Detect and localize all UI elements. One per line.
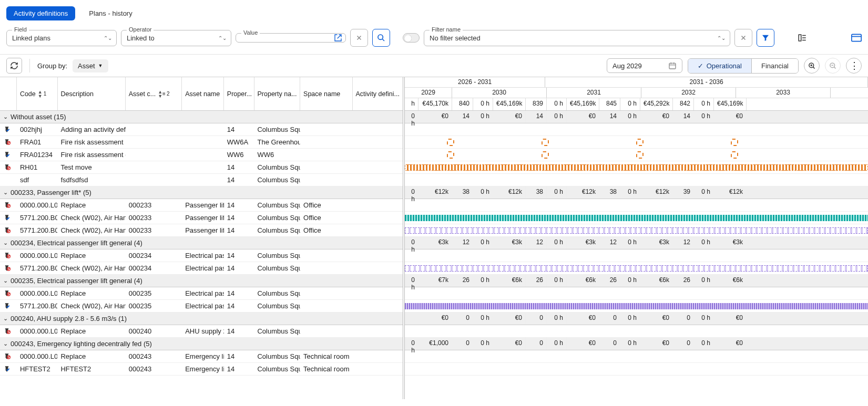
col-description[interactable]: Description bbox=[58, 77, 126, 110]
summary-cell: 39 bbox=[673, 186, 694, 199]
cell: 14 bbox=[224, 262, 254, 274]
clear-saved-filter-button[interactable] bbox=[734, 29, 752, 47]
cell: HFTEST2 bbox=[17, 363, 58, 375]
summary-cell: 14 bbox=[526, 111, 547, 123]
table-row[interactable]: FRA01Fire risk assessmentWW6AThe Greenho… bbox=[0, 136, 403, 149]
group-by-select[interactable]: Asset ▼ bbox=[73, 59, 108, 72]
table-row[interactable]: 5771.200.B02Check (W02), Air Handli00023… bbox=[0, 300, 403, 313]
timeline-row bbox=[405, 287, 868, 300]
filter-field-label: Field bbox=[12, 26, 29, 33]
clear-filter-button[interactable] bbox=[350, 29, 368, 47]
cell: Columbus Squa bbox=[254, 262, 300, 274]
table-row[interactable]: 0000.000.L0Replace000234Electrical pass1… bbox=[0, 249, 403, 262]
cell: RH01 bbox=[17, 161, 58, 173]
summary-cell: 0 h bbox=[473, 275, 493, 287]
seg-financial[interactable]: Financial bbox=[751, 59, 798, 73]
cell: Technical room bbox=[300, 350, 352, 362]
total-cell: €45,170k bbox=[418, 98, 452, 110]
table-row[interactable]: 0000.000.L0Replace000235Electrical pass1… bbox=[0, 287, 403, 300]
date-picker[interactable]: Aug 2029 bbox=[607, 58, 682, 73]
more-menu-button[interactable]: ⋮ bbox=[846, 58, 862, 74]
summary-cell: €6k bbox=[567, 275, 599, 287]
top-tabs: Activity definitions Plans - history bbox=[0, 0, 868, 26]
summary-cell: 0 h bbox=[547, 237, 567, 249]
zoom-in-button[interactable] bbox=[804, 58, 820, 74]
cell: Fire risk assessment bbox=[57, 136, 125, 148]
cell: Electrical pass bbox=[182, 249, 224, 262]
saved-filter-select[interactable]: Filter name No filter selected ⌃⌄ bbox=[424, 30, 730, 46]
summary-cell: 0 h bbox=[473, 111, 493, 123]
external-link-icon[interactable] bbox=[331, 34, 345, 42]
table-row[interactable]: 0000.000.L0Replace000240AHU supply 2.14C… bbox=[0, 325, 403, 338]
status-icon bbox=[0, 123, 17, 136]
cell bbox=[353, 300, 403, 312]
filter-value-input[interactable]: Value bbox=[236, 33, 346, 43]
status-icon bbox=[0, 300, 17, 312]
total-cell: h bbox=[405, 98, 418, 110]
cell: Check (W02), Air Handli bbox=[57, 300, 125, 312]
col-code[interactable]: Code ▲▼1 bbox=[17, 77, 58, 110]
col-asset-name[interactable]: Asset name bbox=[182, 77, 224, 110]
table-row[interactable]: 002hjhjAdding an activity defin14Columbu… bbox=[0, 123, 403, 136]
cell: Test move bbox=[57, 161, 125, 173]
col-property-name[interactable]: Property na... bbox=[254, 77, 301, 110]
filter-field-select[interactable]: Field Linked plans ⌃⌄ bbox=[6, 30, 117, 46]
cell: FRA01 bbox=[17, 136, 58, 148]
table-row[interactable]: 5771.200.B02Check (W02), Air Handli00023… bbox=[0, 212, 403, 224]
search-button[interactable] bbox=[372, 29, 390, 47]
summary-cell: 0 h bbox=[620, 237, 640, 249]
tab-activity-definitions[interactable]: Activity definitions bbox=[6, 6, 75, 20]
summary-cell: 14 bbox=[452, 111, 473, 123]
table-row[interactable]: 5771.200.B02Check (W02), Air Handli00023… bbox=[0, 224, 403, 237]
col-property[interactable]: Proper... bbox=[224, 77, 254, 110]
cell: Electrical pass bbox=[182, 300, 224, 312]
tab-plans-history[interactable]: Plans - history bbox=[81, 6, 139, 20]
layout-toggle-icon[interactable] bbox=[793, 29, 811, 47]
summary-cell: 26 bbox=[526, 275, 547, 287]
table-row[interactable]: HFTEST2HFTEST2000243Emergency lig14Colum… bbox=[0, 363, 403, 376]
group-header[interactable]: ⌄ 000233, Passenger lift* (5) bbox=[0, 186, 403, 199]
cell: 000235 bbox=[126, 300, 182, 312]
filter-operator-select[interactable]: Operator Linked to ⌃⌄ bbox=[121, 30, 231, 46]
summary-cell: 12 bbox=[452, 237, 473, 249]
filter-funnel-button[interactable] bbox=[757, 29, 774, 47]
group-header[interactable]: ⌄ Without asset (15) bbox=[0, 111, 403, 123]
filter-operator-value: Linked to bbox=[121, 30, 214, 46]
cell: Office bbox=[300, 212, 352, 224]
chevron-down-icon: ⌄ bbox=[3, 189, 11, 196]
refresh-button[interactable] bbox=[6, 58, 22, 74]
table-row[interactable]: 0000.000.L0Replace000243Emergency lig14C… bbox=[0, 350, 403, 363]
col-space-name[interactable]: Space name bbox=[300, 77, 352, 110]
group-header[interactable]: ⌄ 000235, Electrical passenger lift gene… bbox=[0, 275, 403, 287]
table-row[interactable]: sdffsdfsdfsd14Columbus Squa bbox=[0, 174, 403, 186]
group-by-label: Group by: bbox=[37, 62, 67, 70]
cell bbox=[300, 136, 352, 148]
group-header[interactable]: ⌄ 000240, AHU supply 2.8 - 5.6 m3/s (1) bbox=[0, 313, 403, 325]
seg-operational[interactable]: ✓Operational bbox=[688, 59, 751, 73]
year-header[interactable]: 2029 bbox=[405, 88, 452, 98]
group-header[interactable]: ⌄ 000234, Electrical passenger lift gene… bbox=[0, 237, 403, 249]
col-asset-code[interactable]: Asset c... ▲▼ ≡2 bbox=[126, 77, 182, 110]
year-header[interactable]: 2030 bbox=[452, 88, 547, 98]
cell: Columbus Squa bbox=[254, 174, 300, 186]
year-header[interactable]: 2032 bbox=[641, 88, 736, 98]
summary-cell: 0 bbox=[673, 313, 694, 325]
summary-cell: 0 h bbox=[694, 111, 714, 123]
table-row[interactable]: 5771.200.B02Check (W02), Air Handli00023… bbox=[0, 262, 403, 275]
group-header[interactable]: ⌄ 000243, Emergency lighting decentrally… bbox=[0, 338, 403, 350]
cell: 14 bbox=[224, 350, 254, 362]
summary-cell: €0 bbox=[567, 111, 599, 123]
table-row[interactable]: RH01Test move14Columbus Squa bbox=[0, 161, 403, 174]
cell bbox=[182, 123, 224, 136]
filter-toggle[interactable] bbox=[403, 33, 420, 43]
card-icon[interactable] bbox=[851, 34, 862, 42]
year-header[interactable]: 2033 bbox=[736, 88, 831, 98]
cell: Emergency lig bbox=[182, 350, 224, 362]
table-row[interactable]: FRA01234Fire risk assessment onWW6WW6 bbox=[0, 149, 403, 161]
table-row[interactable]: 0000.000.L0Replace000233Passenger lift*1… bbox=[0, 199, 403, 212]
summary-cell: 0 h bbox=[547, 275, 567, 287]
cell: WW6 bbox=[224, 149, 254, 161]
year-header[interactable]: 2031 bbox=[547, 88, 641, 98]
col-status[interactable] bbox=[0, 77, 17, 110]
col-activity-definition[interactable]: Activity defini... bbox=[353, 77, 403, 110]
